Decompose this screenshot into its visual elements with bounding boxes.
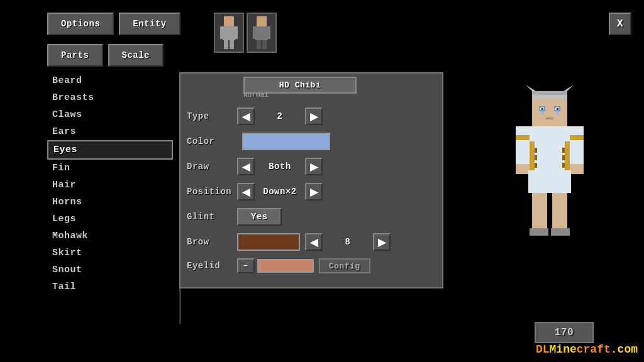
svg-rect-40 <box>570 164 584 174</box>
svg-rect-6 <box>257 16 267 26</box>
svg-rect-22 <box>557 108 558 110</box>
eyelid-swatch[interactable] <box>257 259 314 273</box>
type-next-button[interactable]: ▶ <box>305 107 323 125</box>
watermark: DLMinecraft.com <box>536 343 638 356</box>
watermark-rest: .com <box>611 343 638 356</box>
position-row: Position ◀ Down×2 ▶ <box>187 183 436 200</box>
svg-rect-39 <box>516 164 530 174</box>
options-button[interactable]: Options <box>47 13 114 35</box>
svg-marker-15 <box>526 85 536 91</box>
draw-value: Both <box>255 162 305 172</box>
scale-button[interactable]: Scale <box>108 44 164 67</box>
color-swatch[interactable] <box>242 133 330 150</box>
position-label: Position <box>187 187 237 197</box>
type-prev-button[interactable]: ◀ <box>237 107 255 125</box>
eyelid-label: Eyelid <box>187 261 237 271</box>
svg-rect-21 <box>541 108 543 110</box>
main-panel: HD Chibi Normal Type ◀ 2 ▶ Color Draw ◀ … <box>179 72 443 288</box>
sidebar-item-skirt[interactable]: Skirt <box>47 244 173 261</box>
character-svg <box>499 85 600 261</box>
svg-rect-8 <box>253 26 257 39</box>
sidebar-item-legs[interactable]: Legs <box>47 211 173 228</box>
eyelid-minus-button[interactable]: – <box>237 258 255 273</box>
sidebar-item-mohawk[interactable]: Mohawk <box>47 228 173 244</box>
glint-toggle-button[interactable]: Yes <box>237 208 282 226</box>
svg-rect-25 <box>546 118 553 119</box>
glint-row: Glint Yes <box>187 208 436 226</box>
bottom-value-display: 170 <box>535 322 594 343</box>
second-bar: Parts Scale <box>47 44 164 67</box>
type-label: Type <box>187 111 237 121</box>
svg-rect-42 <box>532 193 547 231</box>
svg-rect-37 <box>516 135 530 140</box>
config-button[interactable]: Config <box>319 258 370 273</box>
position-value: Down×2 <box>255 187 305 197</box>
svg-rect-43 <box>552 193 567 231</box>
sidebar-item-eyes[interactable]: Eyes <box>47 140 173 160</box>
svg-rect-33 <box>562 155 565 160</box>
sidebar-item-claws[interactable]: Claws <box>47 106 173 123</box>
skin-thumb-2[interactable] <box>247 13 277 53</box>
svg-rect-45 <box>551 228 570 236</box>
svg-rect-9 <box>266 26 270 39</box>
draw-prev-button[interactable]: ◀ <box>237 158 255 175</box>
color-label: Color <box>187 136 237 146</box>
watermark-craft: craft <box>577 343 611 356</box>
parts-button[interactable]: Parts <box>47 44 103 67</box>
sidebar-item-hair[interactable]: Hair <box>47 177 173 194</box>
type-row: Type ◀ 2 ▶ <box>187 107 436 125</box>
svg-rect-31 <box>535 163 537 168</box>
svg-rect-34 <box>562 163 565 168</box>
svg-rect-32 <box>562 148 565 153</box>
normal-hint: Normal <box>243 91 269 99</box>
svg-rect-41 <box>528 170 571 193</box>
brow-next-button[interactable]: ▶ <box>373 233 391 251</box>
svg-rect-38 <box>570 135 584 140</box>
svg-rect-2 <box>220 26 225 39</box>
eyelid-row: Eyelid – Config <box>187 258 436 273</box>
svg-rect-14 <box>532 91 567 95</box>
svg-rect-44 <box>530 228 548 236</box>
svg-rect-36 <box>570 126 584 164</box>
sidebar-item-snout[interactable]: Snout <box>47 261 173 278</box>
glint-label: Glint <box>187 212 237 222</box>
brow-value: 8 <box>323 237 373 247</box>
color-row: Color <box>187 133 436 150</box>
svg-rect-30 <box>535 155 537 160</box>
type-value: 2 <box>255 111 305 121</box>
position-prev-button[interactable]: ◀ <box>237 183 255 200</box>
draw-label: Draw <box>187 162 237 172</box>
sidebar-item-beard[interactable]: Beard <box>47 72 173 89</box>
svg-rect-35 <box>516 126 530 164</box>
brow-row: Brow ◀ 8 ▶ <box>187 233 436 251</box>
brow-prev-button[interactable]: ◀ <box>305 233 323 251</box>
brow-swatch[interactable] <box>237 233 300 251</box>
draw-next-button[interactable]: ▶ <box>305 158 323 175</box>
character-preview <box>493 72 606 273</box>
svg-rect-4 <box>224 40 228 49</box>
sidebar-item-tail[interactable]: Tail <box>47 278 173 295</box>
entity-button[interactable]: Entity <box>119 13 180 35</box>
position-next-button[interactable]: ▶ <box>305 183 323 200</box>
sidebar-item-breasts[interactable]: Breasts <box>47 89 173 106</box>
svg-rect-29 <box>535 148 537 153</box>
svg-rect-23 <box>542 111 543 115</box>
skin-thumb-1[interactable] <box>214 13 244 53</box>
watermark-mine: Mine <box>550 343 577 356</box>
sidebar-item-fin[interactable]: Fin <box>47 160 173 177</box>
sidebar-item-horns[interactable]: Horns <box>47 194 173 211</box>
parts-sidebar: Beard Breasts Claws Ears Eyes Fin Hair H… <box>47 72 173 295</box>
svg-rect-5 <box>230 40 234 49</box>
svg-marker-16 <box>564 85 574 91</box>
close-button[interactable]: X <box>609 13 631 35</box>
draw-row: Draw ◀ Both ▶ <box>187 158 436 175</box>
watermark-dl: DL <box>536 343 550 356</box>
top-bar: Options Entity <box>47 13 180 35</box>
svg-rect-0 <box>224 16 234 26</box>
svg-rect-24 <box>557 111 558 115</box>
svg-rect-3 <box>233 26 238 39</box>
skin-thumbnails <box>214 13 277 53</box>
svg-rect-10 <box>257 40 261 49</box>
brow-label: Brow <box>187 237 237 247</box>
sidebar-item-ears[interactable]: Ears <box>47 123 173 140</box>
